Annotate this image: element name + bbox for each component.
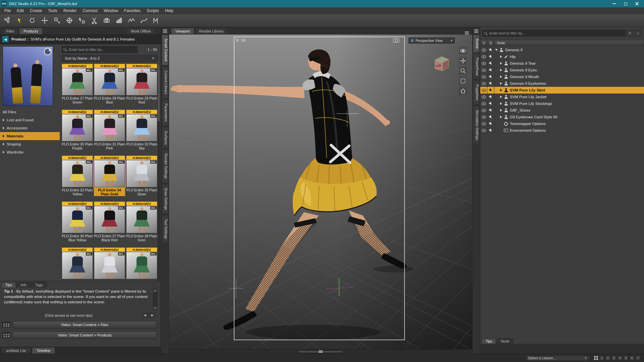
scene-filter-input[interactable] [482, 30, 626, 37]
tab-tips[interactable]: Tips [1, 282, 16, 288]
visibility-eye-icon[interactable] [480, 53, 487, 60]
scene-node-tear[interactable]: Genesis 9 Tear [480, 60, 644, 67]
visibility-eye-icon[interactable] [480, 100, 487, 107]
selection-cursor-icon[interactable] [487, 47, 494, 53]
selection-cursor-icon[interactable] [487, 60, 494, 67]
preset-6-button[interactable]: 6 [629, 355, 635, 361]
material-thumb-35[interactable]: H.Material(s)MDLPLO Entire 35 Plain Silv… [126, 156, 157, 197]
scene-node-eyes[interactable]: Genesis 9 Eyes [480, 67, 644, 73]
menu-create[interactable]: Create [27, 7, 45, 14]
scene-node-pure-lily-jacket[interactable]: SVM Pure Lily Jacket [480, 94, 644, 100]
visibility-eye-icon[interactable] [480, 94, 487, 100]
category-wardrobe[interactable]: Wardrobe [0, 148, 60, 156]
selection-cursor-icon[interactable] [487, 73, 494, 80]
next-tip-button[interactable]: ▶ [149, 312, 155, 318]
expand-all-button[interactable]: + [627, 30, 633, 37]
translate-tool-icon[interactable] [40, 16, 49, 25]
path-nodes-icon[interactable] [139, 16, 149, 25]
universal-tool-icon[interactable] [65, 16, 74, 25]
dock-tab-render-settings[interactable]: Render Settings [162, 149, 168, 183]
selection-cursor-icon[interactable] [487, 120, 494, 127]
preset-4-button[interactable]: 4 [617, 355, 623, 361]
collapse-all-button[interactable]: − [635, 30, 641, 37]
menu-file[interactable]: File [1, 7, 14, 14]
menu-scripts[interactable]: Scripts [144, 7, 162, 14]
scene-node-eyelashes[interactable]: Genesis 9 Eyelashes [480, 80, 644, 87]
pane-options-icon[interactable] [465, 32, 469, 32]
dock-tab-simulation-settings[interactable]: Simulation Settings [473, 106, 480, 144]
preset-3-button[interactable]: 3 [611, 355, 616, 361]
node-selection-tool-icon[interactable] [15, 16, 24, 25]
material-thumb-37[interactable]: H.Material(s)MDLPLO Entire 37 Plain Blac… [94, 201, 125, 243]
expand-icon[interactable] [499, 102, 503, 105]
expand-icon[interactable] [499, 116, 503, 118]
dock-tab-parameters[interactable]: Parameters [162, 100, 168, 126]
grid-icon[interactable] [594, 356, 596, 358]
back-button[interactable]: ◀ [2, 36, 9, 43]
viewport-slider-handle[interactable] [318, 350, 323, 353]
zoom-view-icon[interactable] [459, 67, 467, 75]
selection-cursor-icon[interactable] [487, 127, 494, 134]
tab-products[interactable]: Products [19, 28, 42, 34]
previous-tip-button[interactable]: ◀ [142, 312, 148, 318]
tab-timeline[interactable]: Timeline [32, 347, 55, 354]
tab-scene-node[interactable]: Node [497, 338, 513, 344]
pane-options-icon[interactable] [163, 29, 167, 30]
scene-node-g8f-shoes[interactable]: G8F_Shoes [480, 107, 644, 114]
minimize-button[interactable] [608, 0, 620, 7]
scene-node-eyebrows[interactable]: G9 Eyebrows Card Style 06 [480, 114, 644, 120]
column-node[interactable]: Node [494, 40, 644, 46]
category-materials[interactable]: Materials [0, 132, 60, 140]
menu-favorites[interactable]: Favorites [121, 7, 144, 14]
scroll-up-icon[interactable]: ▲ [153, 289, 157, 293]
title-bar[interactable]: DS DAZ Studio 4.22 Pro - G9F_Morph3.duf [0, 0, 644, 7]
material-thumb-40[interactable]: H.Material(s)MDL [94, 247, 125, 281]
tab-tags[interactable]: Tags [31, 282, 47, 288]
collapse-icon[interactable] [494, 49, 498, 51]
work-offline-button[interactable]: Work Offline [126, 28, 155, 34]
camera-selector-dropdown[interactable]: Perspective View ▼ [409, 38, 455, 44]
sort-dropdown[interactable]: Sort by Name : A to Z ▼ [62, 55, 158, 62]
dock-tab-content-library[interactable]: Content Library [162, 66, 168, 99]
menu-help[interactable]: Help [162, 7, 176, 14]
dock-tab-puppeteer[interactable]: Puppeteer [473, 80, 480, 105]
home-view-icon[interactable] [459, 87, 467, 95]
rotate-tool-icon[interactable] [28, 16, 37, 25]
frame-view-icon[interactable] [459, 77, 467, 85]
material-thumb-27[interactable]: H.Material(s)MDLPLO Entire 27 Plain Gree… [62, 64, 93, 106]
visibility-eye-icon[interactable] [480, 120, 487, 127]
scene-node-hip[interactable]: Hip [480, 53, 644, 60]
preset-1-button[interactable]: 1 [599, 355, 604, 361]
material-thumb-32[interactable]: H.Material(s)MDLPLO Entire 32 Plain Sky [126, 110, 157, 152]
tab-scene-tips[interactable]: Tips [482, 338, 496, 344]
menu-render[interactable]: Render [60, 7, 79, 14]
expand-icon[interactable] [499, 55, 503, 58]
tab-animate-lite[interactable]: aniMate Lite [1, 347, 31, 354]
visibility-eye-icon[interactable] [480, 47, 487, 53]
tab-render-library[interactable]: Render Library [195, 28, 228, 34]
dock-tab-draw-settings[interactable]: Draw Settings [162, 184, 168, 214]
tab-files[interactable]: Files [2, 28, 18, 34]
pan-view-icon[interactable] [459, 57, 467, 65]
tab-viewport[interactable]: Viewport [171, 28, 194, 34]
orbit-view-icon[interactable] [459, 47, 467, 55]
category-accessories[interactable]: Accessories [0, 124, 60, 132]
tip-scrollbar[interactable]: ▲ ▼ [153, 289, 157, 310]
material-thumb-34-selected[interactable]: H.Material(s)MDLPLO Entire 34 Plain Gold [94, 156, 125, 197]
preset-5-button[interactable]: 5 [623, 355, 629, 361]
scene-node-mouth[interactable]: Genesis 9 Mouth [480, 73, 644, 80]
video-smart-content-products-button[interactable]: Video: Smart Content > Products [13, 331, 157, 339]
preset-7-button[interactable]: 7 [635, 355, 641, 361]
visibility-eye-icon[interactable] [480, 80, 487, 87]
scene-node-tonemapper[interactable]: Tonemapper Options [480, 120, 644, 127]
expand-icon[interactable] [499, 75, 503, 78]
expand-icon[interactable] [499, 109, 503, 112]
surface-selection-tool-icon[interactable] [77, 16, 87, 25]
maximize-button[interactable] [620, 0, 631, 7]
selection-cursor-icon[interactable] [487, 100, 494, 107]
visibility-eye-icon[interactable] [480, 60, 487, 67]
pane-options-icon[interactable] [474, 29, 478, 30]
expand-icon[interactable] [499, 62, 503, 65]
measure-icon[interactable] [152, 16, 161, 25]
material-thumb-30[interactable]: H.Material(s)MDLPLO Entire 30 Plain Purp… [62, 110, 93, 152]
